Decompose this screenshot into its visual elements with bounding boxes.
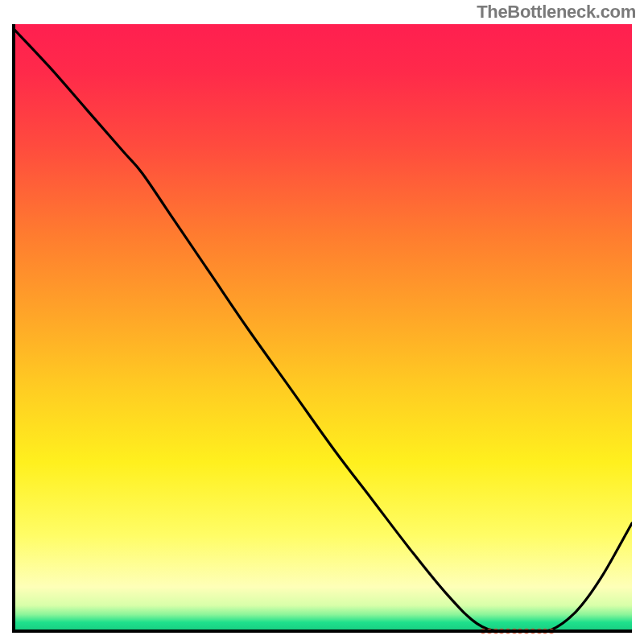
marker-dot <box>493 629 498 634</box>
bottleneck-curve <box>12 24 632 633</box>
marker-dot <box>499 629 504 634</box>
marker-dot <box>530 629 535 634</box>
marker-dot <box>481 629 485 634</box>
marker-dot <box>537 629 542 634</box>
marker-dot <box>518 629 522 634</box>
chart-area <box>12 24 632 633</box>
watermark-text: TheBottleneck.com <box>477 2 636 23</box>
marker-dot <box>512 629 517 634</box>
marker-dot <box>524 629 529 634</box>
marker-dot <box>506 629 510 634</box>
marker-dot <box>487 629 492 634</box>
marker-dot <box>543 629 547 634</box>
marker-dot <box>549 629 554 634</box>
